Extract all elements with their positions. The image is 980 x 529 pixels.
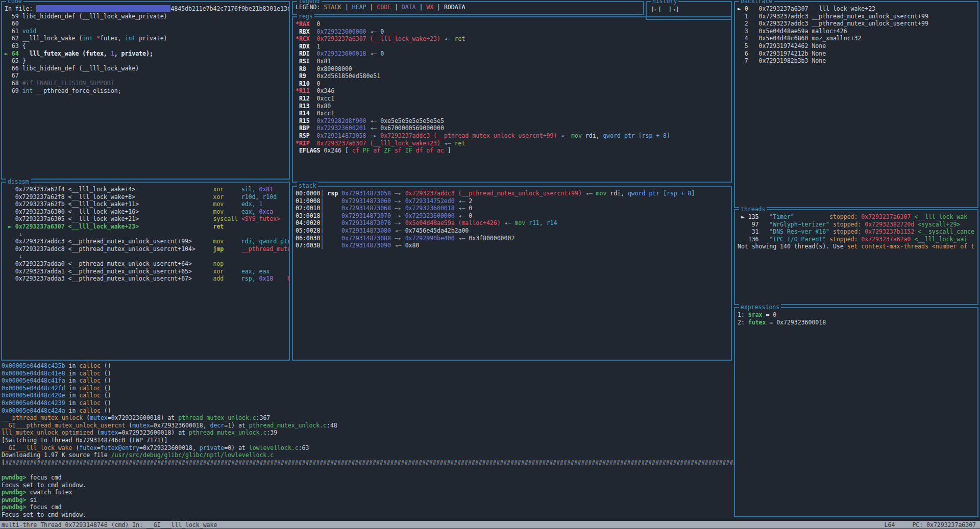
terminal-line: 60 [5, 20, 289, 28]
terminal-line [2, 466, 734, 474]
terminal-line: EFLAGS 0x246 [ cf PF af ZF sf IF df of a… [296, 147, 731, 155]
terminal-line: pwndbg> cwatch futex [2, 489, 734, 496]
terminal-line: 62 __lll_lock_wake (int *futex, int priv… [5, 35, 289, 42]
terminal-line: pwndbg> focus cmd [2, 503, 734, 511]
terminal-line: 0x7293237a62fb <__lll_lock_wake+11> mov … [5, 200, 289, 208]
terminal-line: R12 0xcc1 [296, 95, 731, 103]
history-forward-button[interactable]: [→] [669, 6, 679, 13]
threads-view: ► 135 "Timer" stopped: 0x7293237a6307 <_… [735, 210, 977, 304]
disassembly-panel: disasm 0x7293237a62f4 <__lll_lock_wake+4… [1, 182, 290, 361]
command-output-area[interactable]: 0x00005e04d48c435b in calloc ()0x00005e0… [0, 362, 734, 519]
code-panel: code In file: 4845db211e7b42c7176f9be21b… [1, 1, 290, 180]
terminal-line: 0x7293237a62f8 <__lll_lock_wake+8> xor r… [5, 193, 289, 201]
terminal-line: RSP 0x729314873058 —▸ 0x7293237addc3 (__… [296, 132, 731, 140]
terminal-line: 05:0028│ 0x729314873080 ◂— 0x7456e45da42… [296, 227, 731, 235]
terminal-line: 61 void [5, 28, 289, 35]
legend-panel: legend LEGEND: STACK | HEAP | CODE | DAT… [292, 1, 644, 15]
status-bar-line-number: L64 [885, 521, 895, 528]
terminal-line: *RIP 0x7293237a6307 (__lll_lock_wake+23)… [296, 140, 731, 147]
legend-content: LEGEND: STACK | HEAP | CODE | DATA | WX … [293, 2, 643, 14]
terminal-line: ► 0 0x7293237a6307 __lll_lock_wake+23 [738, 5, 977, 13]
terminal-line: 00:0000│ rsp 0x729314873058 —▸ 0x7293237… [296, 190, 731, 197]
terminal-line: 59 libc_hidden_def (__lll_lock_wake_priv… [5, 13, 289, 20]
terminal-line: Focus set to cmd window. [2, 482, 734, 489]
terminal-line: ↓ [5, 253, 289, 260]
terminal-line: R13 0x80 [296, 103, 731, 110]
terminal-line: [Switching to Thread 0x7293148746c0 (LWP… [2, 437, 734, 444]
threads-panel: threads ► 135 "Timer" stopped: 0x7293237… [734, 209, 978, 305]
terminal-line: Not showing 140 thread(s). Use set conte… [738, 243, 977, 250]
terminal-line: 2 0x7293237addc3 __pthread_mutex_unlock_… [738, 20, 977, 28]
terminal-line: 67 [5, 72, 289, 80]
terminal-line: ► 0x7293237a6307 <__lll_lock_wake+23> re… [5, 223, 289, 231]
terminal-line: 0x00005e04d48c4239 in calloc () [2, 399, 734, 407]
terminal-line: 0x00005e04d48c424a in calloc () [2, 407, 734, 415]
stack-panel: stack 00:0000│ rsp 0x729314873058 —▸ 0x7… [292, 186, 732, 361]
terminal-line: ► 135 "Timer" stopped: 0x7293237a6307 <_… [738, 213, 977, 221]
terminal-line: 2: futex = 0x729323600018 [738, 319, 977, 326]
terminal-line: 68 #if ENABLE_ELISION_SUPPORT [5, 80, 289, 87]
terminal-line: R8 0x80008000 [296, 65, 731, 73]
terminal-line: RDI 0x729323600018 ◂— 0 [296, 50, 731, 58]
stack-view: 00:0000│ rsp 0x729314873058 —▸ 0x7293237… [293, 187, 731, 360]
terminal-line: 0x00005e04d48c41fa in calloc () [2, 377, 734, 385]
terminal-line: 1 0x7293237addc3 __pthread_mutex_unlock_… [738, 13, 977, 20]
history-back-button[interactable]: [←] [651, 6, 662, 13]
terminal-line: 04:0020│ 0x729314873078 —▸ 0x5e04d48ae59… [296, 219, 731, 227]
terminal-line: 0x7293237a6300 <__lll_lock_wake+16> mov … [5, 208, 289, 216]
terminal-line: 0x7293237addc8 <__pthread_mutex_unlock_u… [5, 245, 289, 253]
terminal-line: RDX 1 [296, 43, 731, 51]
terminal-line: RBX 0x729323600000 ◂— 0 [296, 28, 731, 36]
terminal-line: 02:0010│ 0x729314873068 —▸ 0x72932360001… [296, 205, 731, 212]
terminal-line: RSI 0x81 [296, 58, 731, 65]
terminal-line: 3 0x5e04d48ae59a malloc+426 [738, 28, 977, 35]
pwndbg-terminal: code In file: 4845db211e7b42c7176f9be21b… [0, 0, 980, 529]
terminal-line: 66 libc_hidden_def (__lll_lock_wake) [5, 65, 289, 72]
terminal-line: 03:0018│ 0x729314873070 —▸ 0x72932360000… [296, 212, 731, 220]
terminal-line: Focus set to cmd window. [2, 511, 734, 519]
terminal-line: R10 0 [296, 80, 731, 88]
terminal-line: 0x00005e04d48c41e8 in calloc () [2, 370, 734, 377]
terminal-line: 7 0x72931982b3b3 None [738, 57, 977, 65]
terminal-line: 69 int __pthread_force_elision; [5, 87, 289, 95]
status-bar-context: multi-thre Thread 0x7293148746 (cmd) In:… [2, 521, 217, 528]
terminal-line: pwndbg> [2, 518, 734, 519]
terminal-line: 0x7293237a6305 <__lll_lock_wake+21> sysc… [5, 215, 289, 223]
terminal-line: 0x7293237adda1 <__pthread_mutex_unlock_u… [5, 268, 289, 275]
status-bar-pc: PC: 0x7293237a6307 [912, 521, 976, 528]
terminal-line: 0x00005e04d48c42fd in calloc () [2, 385, 734, 392]
registers-panel: regs *RAX 0 RBX 0x729323600000 ◂— 0*RCX … [292, 16, 732, 183]
terminal-line: 1: $rax = 0 [738, 311, 977, 319]
terminal-line: 0x00005e04d48c420e in calloc () [2, 392, 734, 399]
registers-view: *RAX 0 RBX 0x729323600000 ◂— 0*RCX 0x729… [293, 17, 731, 182]
terminal-line: *RCX 0x7293237a6307 (__lll_lock_wake+23)… [296, 35, 731, 43]
disassembly-view: 0x7293237a62f4 <__lll_lock_wake+4> xor s… [2, 183, 289, 360]
terminal-line: *R11 0x346 [296, 87, 731, 95]
expressions-view: 1: $rax = 02: futex = 0x729323600018 [735, 308, 977, 516]
terminal-line: 0x7293237adda0 <__pthread_mutex_unlock_u… [5, 260, 289, 268]
terminal-line: 0x7293237a62f4 <__lll_lock_wake+4> xor s… [5, 186, 289, 193]
terminal-line: ↓ [5, 231, 289, 238]
terminal-line: 136 "IPC I/O Parent" stopped: 0x7293237a… [738, 236, 977, 243]
terminal-line: 6 0x72931974212b None [738, 50, 977, 58]
terminal-line: 06:0030│ 0x729314873088 —▸ 0x7292990be40… [296, 235, 731, 242]
terminal-line: 07:0038│ 0x729314873090 ◂— 0x80 [296, 242, 731, 249]
terminal-line: 0x7293237addc3 <__pthread_mutex_unlock_u… [5, 238, 289, 245]
terminal-line: 65 } [5, 57, 289, 65]
terminal-line: R15 0x729282d8f900 ◂— 0xe5e5e5e5e5e5e5e5 [296, 117, 731, 125]
terminal-line: pwndbg> si [2, 496, 734, 504]
terminal-line: __GI___pthread_mutex_unlock_usercnt (mut… [2, 422, 734, 430]
terminal-line: R9 0x2d561850ed580e51 [296, 72, 731, 80]
expressions-panel: expressions 1: $rax = 02: futex = 0x7293… [734, 307, 978, 517]
terminal-line: RBP 0x729323600201 ◂— 0x6700000569000000 [296, 124, 731, 132]
source-code-view: In file: 4845db211e7b42c7176f9be21b8301e… [2, 2, 289, 179]
terminal-line: *RAX 0 [296, 20, 731, 28]
backtrace-panel: backtrace ► 0 0x7293237a6307 __lll_lock_… [734, 1, 978, 208]
terminal-line: Downloading 1.97 K source file /usr/src/… [2, 451, 734, 459]
terminal-line: In file: 4845db211e7b42c7176f9be21b8301e… [5, 5, 289, 13]
terminal-line: 0x7293237adda3 <__pthread_mutex_unlock_u… [5, 275, 289, 283]
terminal-line: 4 0x5e04d48c6860 moz_xmalloc+32 [738, 35, 977, 42]
terminal-line: 0x00005e04d48c435b in calloc () [2, 362, 734, 370]
terminal-line: LEGEND: STACK | HEAP | CODE | DATA | WX … [296, 4, 643, 11]
terminal-line: R14 0xcc1 [296, 110, 731, 117]
